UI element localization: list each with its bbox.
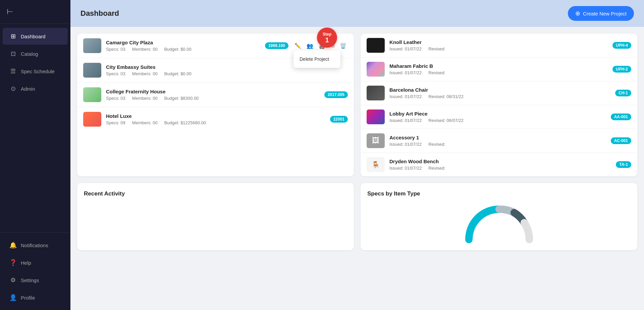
project-meta: Specs: 03 Members: 00 Budget: $0.00 — [106, 47, 260, 52]
spec-name: Lobby Art Piece — [389, 111, 606, 117]
help-icon: ❓ — [9, 259, 17, 266]
step-badge: Step 1 — [317, 28, 337, 48]
spec-image: 🖼 — [367, 133, 385, 148]
sidebar-item-label: Notifications — [21, 242, 48, 248]
delete-project-menu-item[interactable]: Delete Project — [293, 53, 340, 65]
spec-meta: Issued: 01/07/22 Revised: — [389, 46, 608, 51]
spec-revised: Revised: — [428, 70, 445, 75]
sidebar-item-catalog[interactable]: ⊡ Catalog — [3, 45, 68, 62]
spec-issued: Issued: 01/07/22 — [389, 70, 422, 75]
sidebar-item-label: Profile — [21, 295, 35, 301]
header: Dashboard ⊕ Create New Project — [70, 0, 644, 27]
project-tag: 2017.005 — [324, 91, 348, 98]
sidebar-item-help[interactable]: ❓ Help — [3, 254, 68, 271]
project-image — [83, 38, 101, 53]
project-budget: Budget: $8300.00 — [164, 96, 199, 101]
project-budget: Budget: $0.00 — [164, 71, 192, 76]
sidebar-item-spec-schedule[interactable]: ☰ Spec Schedule — [3, 63, 68, 80]
sidebar-item-label: Spec Schedule — [21, 69, 55, 74]
spec-name: Accessory 1 — [389, 135, 606, 140]
spec-info: Maharam Fabric B Issued: 01/07/22 Revise… — [389, 63, 608, 75]
plus-circle-icon: ⊕ — [575, 10, 580, 17]
spec-info: Accessory 1 Issued: 01/07/22 Revised: — [389, 135, 606, 147]
sidebar-bottom: 🔔 Notifications ❓ Help ⚙ Settings 👤 Prof… — [0, 232, 70, 310]
spec-meta: Issued: 01/07/22 Revised: — [389, 70, 608, 75]
page-title: Dashboard — [80, 9, 119, 18]
spec-revised: Revised: — [428, 166, 445, 171]
gauge-container — [367, 203, 631, 243]
spec-issued: Issued: 01/07/22 — [389, 142, 422, 147]
sidebar-item-label: Dashboard — [21, 34, 45, 39]
project-meta: Specs: 09 Members: 00 Budget: $1225680.0… — [106, 120, 325, 125]
sidebar-item-notifications[interactable]: 🔔 Notifications — [3, 237, 68, 254]
spec-info: Knoll Leather Issued: 01/07/22 Revised: — [389, 39, 608, 51]
project-members: Members: 00 — [132, 47, 158, 52]
step-label: Step — [323, 32, 331, 37]
spec-revised: Revised: 08/31/22 — [428, 94, 464, 99]
spec-row: Maharam Fabric B Issued: 01/07/22 Revise… — [361, 57, 637, 81]
spec-name: Barcelona Chair — [389, 87, 610, 93]
profile-icon: 👤 — [9, 294, 17, 301]
spec-image — [367, 38, 385, 53]
spec-row: Barcelona Chair Issued: 01/07/22 Revised… — [361, 81, 637, 105]
spec-revised: Revised: — [428, 46, 445, 51]
project-specs: Specs: 09 — [106, 120, 125, 125]
recent-activity-title: Recent Activity — [84, 190, 347, 197]
sidebar-item-profile[interactable]: 👤 Profile — [3, 289, 68, 306]
admin-icon: ⊙ — [9, 85, 17, 92]
specs-chart-title: Specs by Item Type — [367, 190, 631, 197]
sidebar-nav: ⊞ Dashboard ⊡ Catalog ☰ Spec Schedule ⊙ … — [0, 24, 70, 232]
spec-meta: Issued: 01/07/22 Revised: — [389, 166, 611, 171]
sidebar-item-label: Admin — [21, 86, 35, 92]
project-name: Camargo City Plaza — [106, 40, 260, 45]
step-number: 1 — [325, 37, 329, 43]
sidebar-item-settings[interactable]: ⚙ Settings — [3, 272, 68, 289]
project-meta: Specs: 03 Members: 00 Budget: $0.00 — [106, 71, 348, 76]
project-info: College Fraternity House Specs: 03 Membe… — [106, 89, 320, 101]
spec-tag: UPH-2 — [612, 66, 631, 73]
project-row: Hotel Luxe Specs: 09 Members: 00 Budget:… — [77, 107, 354, 131]
project-info: Hotel Luxe Specs: 09 Members: 00 Budget:… — [106, 113, 325, 125]
spec-revised: Revised: 06/07/22 — [428, 118, 464, 123]
spec-image — [367, 62, 385, 77]
spec-revised: Revised: — [428, 142, 445, 147]
spec-tag: UPH-4 — [612, 42, 631, 49]
spec-row: 🪑 Dryden Wood Bench Issued: 01/07/22 Rev… — [361, 153, 637, 176]
projects-card: Step 1 Camargo City Plaza Specs: 03 Memb… — [77, 34, 354, 176]
specs-card: Knoll Leather Issued: 01/07/22 Revised: … — [361, 34, 637, 176]
specs-chart-card: Specs by Item Type — [361, 183, 637, 250]
sidebar-item-label: Catalog — [21, 51, 38, 57]
catalog-icon: ⊡ — [9, 50, 17, 57]
create-new-project-button[interactable]: ⊕ Create New Project — [568, 6, 634, 21]
spec-issued: Issued: 01/07/22 — [389, 166, 422, 171]
spec-row: Knoll Leather Issued: 01/07/22 Revised: … — [361, 34, 637, 57]
project-meta: Specs: 03 Members: 00 Budget: $8300.00 — [106, 96, 320, 101]
project-image — [83, 112, 101, 127]
spec-schedule-icon: ☰ — [9, 68, 17, 75]
project-image — [83, 63, 101, 78]
content-area: Step 1 Camargo City Plaza Specs: 03 Memb… — [70, 27, 644, 310]
project-row: College Fraternity House Specs: 03 Membe… — [77, 83, 354, 107]
dashboard-icon: ⊞ — [9, 33, 17, 40]
spec-meta: Issued: 01/07/22 Revised: 08/31/22 — [389, 94, 610, 99]
spec-row: Lobby Art Piece Issued: 01/07/22 Revised… — [361, 105, 637, 129]
project-row: Camargo City Plaza Specs: 03 Members: 00… — [77, 34, 354, 58]
spec-tag: TA-1 — [616, 161, 631, 168]
spec-issued: Issued: 01/07/22 — [389, 118, 422, 123]
project-name: College Fraternity House — [106, 89, 320, 94]
sidebar-item-admin[interactable]: ⊙ Admin — [3, 80, 68, 97]
edit-icon[interactable]: ✏️ — [293, 41, 303, 50]
delete-icon[interactable]: 🗑️ — [338, 41, 348, 50]
project-info: Camargo City Plaza Specs: 03 Members: 00… — [106, 40, 260, 52]
project-members: Members: 00 — [132, 120, 158, 125]
spec-image: 🪑 — [367, 157, 385, 172]
spec-name: Maharam Fabric B — [389, 63, 608, 69]
project-specs: Specs: 03 — [106, 47, 125, 52]
create-btn-label: Create New Project — [583, 11, 627, 16]
delete-dropdown: Delete Project — [293, 50, 340, 68]
project-specs: Specs: 03 — [106, 96, 125, 101]
members-icon[interactable]: 👥 — [305, 41, 315, 50]
spec-info: Dryden Wood Bench Issued: 01/07/22 Revis… — [389, 159, 611, 171]
project-tag: 22001 — [330, 116, 348, 123]
sidebar-item-dashboard[interactable]: ⊞ Dashboard — [3, 28, 68, 45]
